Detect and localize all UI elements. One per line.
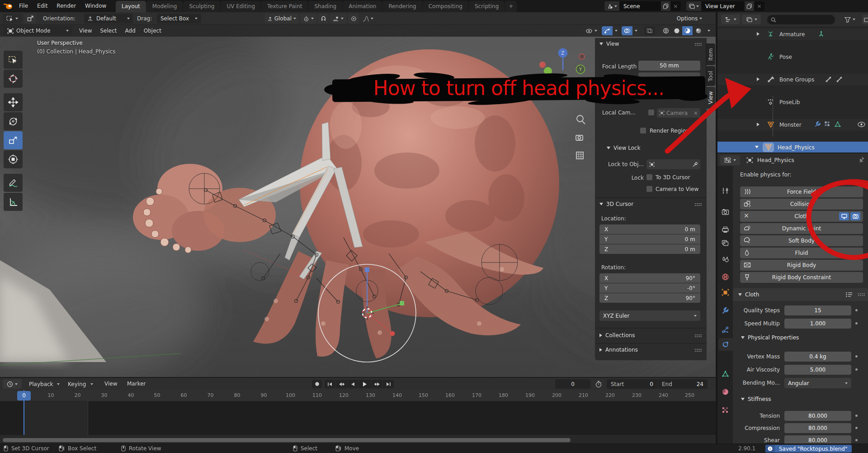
workspace-tab-uv-editing[interactable]: UV Editing <box>221 1 261 12</box>
show-overlays-toggle[interactable] <box>622 26 632 35</box>
play-reverse-button[interactable] <box>347 380 358 388</box>
rigid-body-button[interactable]: Rigid Body <box>740 260 863 271</box>
snap-settings-dropdown[interactable] <box>330 14 347 24</box>
workspace-tab-layout[interactable]: Layout <box>116 1 146 12</box>
expand-icon[interactable] <box>757 32 760 36</box>
jump-to-start-button[interactable] <box>325 380 335 388</box>
show-gizmo-toggle[interactable] <box>602 26 613 35</box>
workspace-tab-modeling[interactable]: Modeling <box>146 1 183 12</box>
next-keyframe-button[interactable] <box>372 380 382 388</box>
cursor-location-y[interactable]: Y0 m <box>599 234 700 244</box>
current-frame-badge[interactable]: 0 <box>17 391 31 401</box>
shading-dropdown[interactable] <box>705 26 712 35</box>
lock-to-object-field[interactable] <box>646 159 700 169</box>
active-tool-button[interactable] <box>3 14 22 24</box>
panel-grip-icon[interactable] <box>694 334 702 337</box>
orientation-dropdown[interactable]: Default <box>84 14 133 24</box>
properties-breadcrumb[interactable]: Head_Physics <box>757 157 794 163</box>
compression-field[interactable]: 80.000 <box>784 423 851 433</box>
menu-window[interactable]: Window <box>80 0 111 12</box>
expand-icon[interactable] <box>757 77 760 81</box>
tool-select-box[interactable] <box>4 51 23 69</box>
cloth-viewport-display-toggle[interactable] <box>839 212 849 220</box>
workspace-tab-sculpting[interactable]: Sculpting <box>183 1 220 12</box>
mesh-data-icon[interactable] <box>834 121 841 128</box>
new-collection-button[interactable] <box>862 14 868 24</box>
previous-keyframe-button[interactable] <box>336 380 347 388</box>
shading-material-button[interactable] <box>682 26 693 35</box>
fluid-button[interactable]: Fluid <box>740 248 863 258</box>
tab-physics-icon[interactable] <box>722 341 729 348</box>
frame-start-field[interactable]: Start0 <box>607 379 657 389</box>
panel-grip-icon[interactable] <box>694 348 702 352</box>
record-button[interactable] <box>312 380 322 388</box>
tool-move[interactable] <box>4 93 23 111</box>
tab-object-icon[interactable] <box>722 289 729 296</box>
saved-report-badge[interactable]: Saved "Rocktopus.blend" <box>765 445 852 453</box>
animate-decorator[interactable] <box>855 309 858 311</box>
animate-decorator[interactable] <box>855 439 858 441</box>
remove-view-layer-icon[interactable]: × <box>754 3 764 10</box>
focal-length-field[interactable]: 50 mm <box>638 61 700 71</box>
scene-icon[interactable] <box>604 1 619 11</box>
workspace-tab-shading[interactable]: Shading <box>308 1 342 12</box>
cloth-panel-header[interactable]: Cloth <box>733 288 868 301</box>
timeline-marker-menu[interactable]: Marker <box>123 378 150 390</box>
snap-toggle-icon[interactable] <box>318 14 329 24</box>
animate-decorator[interactable] <box>855 415 858 417</box>
menu-edit[interactable]: Edit <box>33 0 52 12</box>
view-panel-header[interactable]: View <box>599 41 619 47</box>
quality-steps-field[interactable]: 15 <box>784 305 851 315</box>
physical-properties-header[interactable]: Physical Properties <box>741 334 799 341</box>
options-dropdown[interactable]: Options <box>675 14 704 24</box>
menu-file[interactable]: File <box>14 0 33 12</box>
play-button[interactable] <box>359 380 371 388</box>
tool-scale-active[interactable] <box>4 131 23 149</box>
menu-render[interactable]: Render <box>52 0 80 12</box>
workspace-tab-texture-paint[interactable]: Texture Paint <box>261 1 308 12</box>
rotation-mode-dropdown[interactable]: XYZ Euler <box>599 310 700 321</box>
scene-selector[interactable]: Scene × <box>604 1 681 11</box>
tab-world-icon[interactable] <box>722 273 729 281</box>
collections-panel-header[interactable]: Collections <box>599 332 635 339</box>
cursor-rotation-z[interactable]: Z90° <box>599 293 700 303</box>
outliner-search[interactable] <box>767 15 835 24</box>
cursor-panel-header[interactable]: 3D Cursor <box>599 201 633 207</box>
tool-transform[interactable] <box>4 150 23 168</box>
copy-view-layer-icon[interactable] <box>745 1 754 11</box>
vertex-mass-field[interactable]: 0.4 kg <box>784 352 851 362</box>
shading-solid-button[interactable] <box>671 26 682 35</box>
rigid-body-constraint-button[interactable]: Rigid Body Constraint <box>740 272 863 283</box>
tension-field[interactable]: 80.000 <box>784 411 851 421</box>
view-layer-icon[interactable] <box>686 1 701 11</box>
playback-menu[interactable]: Playback <box>25 379 63 389</box>
tab-render-icon[interactable] <box>722 209 729 215</box>
sidebar-tab-tool[interactable]: Tool <box>706 66 715 86</box>
expand-icon[interactable] <box>757 123 760 126</box>
current-frame-field[interactable]: 0 <box>555 379 590 389</box>
workspace-tab-scripting[interactable]: Scripting <box>469 1 505 12</box>
viewport-menu-object[interactable]: Object <box>140 25 165 37</box>
gizmo-toggle-icon[interactable] <box>24 14 36 24</box>
add-workspace-button[interactable]: + <box>505 1 517 12</box>
stiffness-header[interactable]: Stiffness <box>741 396 771 402</box>
cursor-location-fields[interactable]: X0 m Y0 m Z0 m <box>599 224 700 254</box>
tool-rotate[interactable] <box>4 112 23 130</box>
visibility-dropdown[interactable] <box>583 26 600 35</box>
workspace-tab-compositing[interactable]: Compositing <box>423 1 468 12</box>
cursor-rotation-y[interactable]: Y-0° <box>599 283 700 293</box>
camera-to-view-checkbox[interactable] <box>646 186 652 192</box>
outliner-row-pose[interactable]: Pose <box>717 51 868 62</box>
sidebar-tab-item[interactable]: Item <box>706 43 715 65</box>
cloth-button[interactable]: × Cloth <box>740 211 863 222</box>
tab-tool-icon[interactable] <box>722 187 729 195</box>
collision-button[interactable]: Collision <box>740 199 863 210</box>
xray-toggle[interactable] <box>644 26 655 35</box>
vertex-group-icon[interactable] <box>818 31 825 37</box>
timeline-editor-type-dropdown[interactable] <box>3 379 22 389</box>
local-camera-checkbox[interactable] <box>648 110 654 115</box>
animate-decorator[interactable] <box>855 355 858 358</box>
timeline-view-menu[interactable]: View <box>100 378 121 390</box>
timeline-ruler[interactable]: 1020 3040 5060 7080 90100 110120 130140 … <box>0 390 716 401</box>
outliner-row-head-physics[interactable]: Head_Physics <box>717 142 868 153</box>
